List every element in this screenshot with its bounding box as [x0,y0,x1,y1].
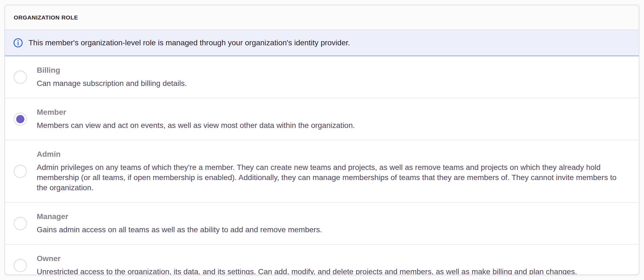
radio-owner[interactable] [14,259,27,272]
panel-header-title: ORGANIZATION ROLE [5,5,639,30]
idp-info-message: This member's organization-level role is… [29,38,350,47]
role-label-billing: Billing [37,66,628,75]
role-option-manager[interactable]: Manager Gains admin access on all teams … [5,202,639,244]
role-label-member: Member [37,108,628,117]
role-label-admin: Admin [37,150,628,159]
role-description-manager: Gains admin access on all teams as well … [37,225,628,235]
role-option-owner[interactable]: Owner Unrestricted access to the organiz… [5,244,639,275]
organization-role-panel: ORGANIZATION ROLE This member's organiza… [4,5,639,275]
radio-billing[interactable] [14,71,27,84]
role-description-member: Members can view and act on events, as w… [37,120,628,130]
role-label-manager: Manager [37,212,628,221]
role-label-owner: Owner [37,254,628,263]
radio-dot [16,115,24,123]
radio-admin[interactable] [14,165,27,178]
radio-manager[interactable] [14,217,27,230]
radio-member[interactable] [14,113,27,126]
role-radio-group: Billing Can manage subscription and bill… [5,56,639,275]
idp-info-banner: This member's organization-level role is… [5,30,639,56]
role-option-member[interactable]: Member Members can view and act on event… [5,98,639,140]
role-description-owner: Unrestricted access to the organization,… [37,267,628,275]
info-icon [13,38,23,48]
role-description-billing: Can manage subscription and billing deta… [37,78,628,88]
role-option-billing[interactable]: Billing Can manage subscription and bill… [5,56,639,98]
role-description-admin: Admin privileges on any teams of which t… [37,162,628,193]
role-option-admin[interactable]: Admin Admin privileges on any teams of w… [5,140,639,202]
